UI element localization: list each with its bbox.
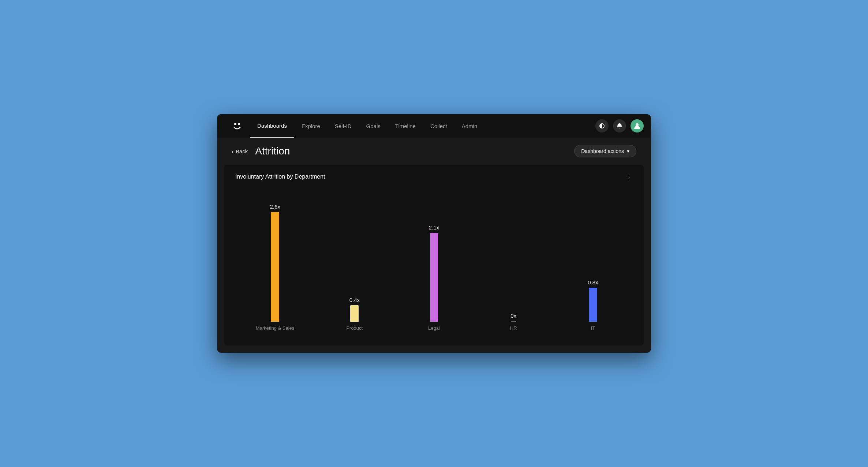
bar-chart: 2.6xMarketing & Sales0.4xProduct2.1xLega… bbox=[235, 192, 633, 331]
bar-value-label-3: 0x bbox=[510, 313, 516, 319]
bar-value-label-2: 2.1x bbox=[429, 224, 439, 231]
page-title: Attrition bbox=[255, 145, 574, 157]
bar-group-product: 0.4xProduct bbox=[315, 197, 394, 331]
nav-collect[interactable]: Collect bbox=[423, 114, 454, 138]
bar-value-label-4: 0.8x bbox=[588, 279, 598, 285]
back-label: Back bbox=[236, 148, 248, 154]
theme-toggle-button[interactable] bbox=[595, 119, 609, 132]
nav-bar: Dashboards Explore Self-ID Goals Timelin… bbox=[217, 114, 651, 138]
bar-inner-4: 0.8x bbox=[588, 197, 598, 322]
bar-rect-0 bbox=[271, 212, 279, 322]
chart-menu-button[interactable]: ⋮ bbox=[625, 173, 633, 181]
notifications-button[interactable] bbox=[613, 119, 626, 132]
bar-inner-3: 0x bbox=[510, 197, 516, 322]
bar-rect-2 bbox=[430, 233, 438, 322]
back-chevron-icon: ‹ bbox=[232, 148, 233, 154]
bar-rect-1 bbox=[350, 305, 359, 322]
nav-links: Dashboards Explore Self-ID Goals Timelin… bbox=[250, 114, 595, 138]
nav-timeline[interactable]: Timeline bbox=[388, 114, 423, 138]
bar-x-label-0: Marketing & Sales bbox=[256, 325, 295, 331]
bar-rect-4 bbox=[589, 288, 597, 322]
bar-rect-3 bbox=[511, 321, 516, 322]
app-window: Dashboards Explore Self-ID Goals Timelin… bbox=[217, 114, 651, 353]
nav-admin[interactable]: Admin bbox=[454, 114, 485, 138]
bar-inner-1: 0.4x bbox=[349, 197, 360, 322]
bar-group-marketing-&-sales: 2.6xMarketing & Sales bbox=[235, 197, 315, 331]
bar-group-it: 0.8xIT bbox=[553, 197, 633, 331]
back-button[interactable]: ‹ Back bbox=[232, 148, 248, 154]
nav-dashboards[interactable]: Dashboards bbox=[250, 114, 294, 138]
dropdown-icon: ▾ bbox=[627, 148, 629, 154]
bar-value-label-1: 0.4x bbox=[349, 297, 360, 303]
bar-value-label-0: 2.6x bbox=[270, 203, 280, 210]
bar-x-label-1: Product bbox=[346, 325, 363, 331]
chart-title: Involuntary Attrition by Department bbox=[235, 173, 325, 180]
bar-x-label-4: IT bbox=[591, 325, 595, 331]
user-avatar[interactable] bbox=[631, 119, 644, 132]
nav-goals[interactable]: Goals bbox=[359, 114, 388, 138]
bar-inner-2: 2.1x bbox=[429, 197, 439, 322]
svg-point-2 bbox=[636, 123, 639, 126]
dashboard-actions-label: Dashboard actions bbox=[581, 148, 624, 154]
logo-area bbox=[224, 119, 250, 132]
page-header: ‹ Back Attrition Dashboard actions ▾ bbox=[217, 138, 651, 165]
chart-header: Involuntary Attrition by Department ⋮ bbox=[235, 173, 633, 181]
chart-container: Involuntary Attrition by Department ⋮ 2.… bbox=[224, 165, 644, 345]
bar-group-hr: 0xHR bbox=[474, 197, 553, 331]
nav-selfid[interactable]: Self-ID bbox=[328, 114, 359, 138]
bar-x-label-3: HR bbox=[510, 325, 517, 331]
nav-explore[interactable]: Explore bbox=[294, 114, 328, 138]
svg-point-0 bbox=[234, 123, 236, 125]
logo-icon bbox=[231, 119, 244, 132]
svg-point-1 bbox=[238, 123, 240, 125]
nav-right bbox=[595, 119, 644, 132]
bar-x-label-2: Legal bbox=[428, 325, 440, 331]
bar-inner-0: 2.6x bbox=[270, 197, 280, 322]
bar-group-legal: 2.1xLegal bbox=[394, 197, 474, 331]
dashboard-actions-button[interactable]: Dashboard actions ▾ bbox=[574, 145, 636, 157]
